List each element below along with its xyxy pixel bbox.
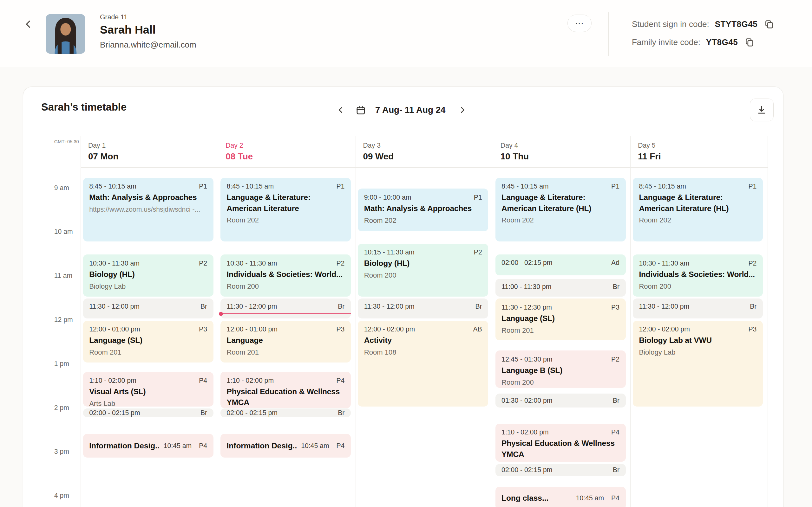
event-title: Language & Literature: American Literatu… — [226, 192, 345, 214]
event-header-row: 12:45 - 01:30 pmP2 — [502, 355, 619, 363]
event-time: 11:30 - 12:30 pm — [502, 303, 552, 312]
event-room: Room 202 — [226, 216, 345, 225]
more-options-button[interactable]: … — [567, 14, 591, 32]
break-block[interactable]: 02:00 - 02:15 pmBr — [83, 408, 213, 417]
class-event[interactable]: 1:10 - 02:00 pmP4Visual Arts (SL)Arts La… — [83, 372, 213, 406]
event-time: 9:00 - 10:00 am — [364, 193, 411, 202]
event-period-tag: P3 — [748, 325, 757, 333]
event-period-tag: Br — [338, 302, 345, 310]
event-time: 02:00 - 02:15 pm — [502, 259, 552, 267]
day-column-4: Day 410 Thu8:45 - 10:15 amP1Language & L… — [493, 136, 630, 507]
event-link: https://www.zoom.us/shsjdiwsdnci -... — [89, 205, 207, 214]
event-title: Language (SL) — [502, 313, 619, 324]
event-period-tag: P3 — [199, 325, 207, 333]
event-title: Language & Literature: American Literatu… — [502, 192, 619, 214]
copy-sign-in-code-button[interactable] — [763, 19, 774, 30]
class-event[interactable]: 1:10 - 02:00 pmP4Physical Education & We… — [496, 424, 626, 462]
class-event[interactable]: 11:30 - 12:30 pmP3Language (SL)Room 201 — [496, 298, 626, 340]
special-event[interactable]: Long class...10:45 amP4 — [496, 487, 626, 507]
break-block[interactable]: 02:00 - 02:15 pmBr — [220, 408, 351, 417]
special-event[interactable]: Information Desig...10:45 amP4 — [83, 434, 213, 458]
day-column-5: Day 511 Fri8:45 - 10:15 amP1Language & L… — [630, 136, 768, 507]
class-event[interactable]: 9:00 - 10:00 amP1Math: Analysis & Approa… — [358, 188, 488, 231]
class-event[interactable]: 12:45 - 01:30 pmP2Language B (SL)Room 20… — [496, 350, 626, 388]
event-title: Activity — [364, 335, 482, 346]
grade-label: Grade 11 — [100, 13, 196, 21]
break-block[interactable]: 11:30 - 12:00 pmBr — [633, 298, 763, 319]
event-time: 02:00 - 02:15 pm — [89, 409, 140, 417]
event-title: Language & Literature: American Literatu… — [639, 192, 757, 214]
class-event[interactable]: 10:30 - 11:30 amP2Individuals & Societie… — [633, 255, 763, 296]
event-meta: 10:45 amP4 — [164, 442, 207, 450]
invite-code-row: Family invite code: YT8G45 — [632, 37, 774, 48]
class-event[interactable]: 12:00 - 02:00 pmABActivityRoom 108 — [358, 321, 488, 406]
event-period-tag: P2 — [336, 259, 345, 268]
event-period-tag: Br — [750, 302, 757, 310]
event-header-row: 10:30 - 11:30 amP2 — [639, 259, 757, 268]
student-email: Brianna.white@email.com — [100, 40, 196, 50]
break-block[interactable]: 11:30 - 12:00 pmBr — [358, 298, 488, 319]
break-block[interactable]: 02:00 - 02:15 pmBr — [496, 464, 626, 476]
event-time: 11:30 - 12:00 pm — [639, 302, 689, 310]
back-button[interactable] — [20, 15, 38, 33]
event-time: 10:45 am — [301, 442, 329, 450]
event-time: 10:45 am — [576, 494, 604, 502]
break-block[interactable]: 11:30 - 12:00 pmBr — [220, 298, 351, 319]
event-period-tag: P2 — [611, 355, 619, 363]
class-event[interactable]: 10:30 - 11:30 amP2Biology (HL)Biology La… — [83, 255, 213, 296]
class-event[interactable]: 8:45 - 10:15 amP1Math: Analysis & Approa… — [83, 178, 213, 242]
break-block[interactable]: 11:00 - 11:30 pmBr — [496, 279, 626, 297]
event-period-tag: P4 — [611, 428, 619, 436]
event-period-tag: P2 — [748, 259, 757, 268]
event-time: 12:00 - 02:00 pm — [364, 325, 415, 333]
day-date: 10 Thu — [501, 152, 529, 162]
class-event[interactable]: 12:00 - 01:00 pmP3LanguageRoom 201 — [220, 321, 351, 362]
event-time: 11:30 - 12:00 pm — [364, 302, 415, 310]
day-date: 11 Fri — [638, 152, 661, 162]
student-identity: Grade 11 Sarah Hall Brianna.white@email.… — [100, 13, 196, 50]
class-event[interactable]: 1:10 - 02:00 pmP4Physical Education & We… — [220, 372, 351, 408]
event-time: 11:30 - 12:00 pm — [226, 302, 277, 310]
event-header-row: 10:30 - 11:30 amP2 — [226, 259, 345, 268]
codes-panel: Student sign in code: STYT8G45 Family in… — [632, 19, 774, 48]
event-time: 1:10 - 02:00 pm — [226, 377, 274, 385]
class-event[interactable]: 10:30 - 11:30 amP2Individuals & Societie… — [220, 255, 351, 296]
class-event[interactable]: 12:00 - 02:00 pmP3Biology Lab at VWUBiol… — [633, 321, 763, 406]
day-date: 07 Mon — [88, 152, 119, 162]
event-time: 8:45 - 10:15 am — [502, 182, 549, 190]
event-period-tag: P1 — [199, 182, 207, 190]
class-event[interactable]: 8:45 - 10:15 amP1Language & Literature: … — [496, 178, 626, 242]
class-event[interactable]: 10:15 - 11:30 amP2Biology (HL)Room 200 — [358, 244, 488, 297]
event-period-tag: Br — [200, 409, 207, 417]
event-period-tag: P1 — [611, 182, 619, 190]
day-date: 08 Tue — [225, 152, 253, 162]
event-period-tag: P2 — [474, 248, 482, 257]
class-event[interactable]: 8:45 - 10:15 amP1Language & Literature: … — [220, 178, 351, 242]
current-time-indicator — [220, 314, 351, 314]
event-header-row: 10:30 - 11:30 amP2 — [89, 259, 207, 268]
day-column-3: Day 309 Wed9:00 - 10:00 amP1Math: Analys… — [356, 136, 493, 507]
event-header-row: 8:45 - 10:15 amP1 — [639, 182, 757, 190]
event-period-tag: P4 — [199, 442, 207, 450]
break-block[interactable]: 11:30 - 12:00 pmBr — [83, 298, 213, 319]
app-root: Grade 11 Sarah Hall Brianna.white@email.… — [0, 0, 812, 507]
break-block[interactable]: 01:30 - 02:00 pmBr — [496, 394, 626, 407]
timetable-card: Sarah’s timetable 7 Aug- 11 Aug 24 GMT+0… — [23, 87, 783, 507]
invite-code-label: Family invite code: — [632, 38, 700, 47]
ellipsis-icon: … — [574, 19, 584, 24]
event-title: Language (SL) — [89, 335, 207, 346]
days-grid: Day 107 Mon8:45 - 10:15 amP1Math: Analys… — [23, 87, 783, 507]
special-event[interactable]: Information Desig...10:45 amP4 — [220, 434, 351, 458]
day-column-1: Day 107 Mon8:45 - 10:15 amP1Math: Analys… — [81, 136, 218, 507]
event-room: Room 202 — [639, 216, 757, 225]
copy-invite-code-button[interactable] — [744, 37, 755, 48]
class-event[interactable]: 8:45 - 10:15 amP1Language & Literature: … — [633, 178, 763, 242]
class-event[interactable]: 12:00 - 01:00 pmP3Language (SL)Room 201 — [83, 321, 213, 362]
event-header-row: 9:00 - 10:00 amP1 — [364, 193, 482, 202]
event-period-tag: P4 — [199, 377, 207, 385]
event-title: Physical Education & Wellness YMCA — [226, 386, 345, 408]
sign-in-code-row: Student sign in code: STYT8G45 — [632, 19, 774, 30]
event-title: Individuals & Societies: World... — [226, 269, 345, 280]
break-block[interactable]: 02:00 - 02:15 pmAd — [496, 255, 626, 275]
event-title: Language B (SL) — [502, 365, 619, 376]
